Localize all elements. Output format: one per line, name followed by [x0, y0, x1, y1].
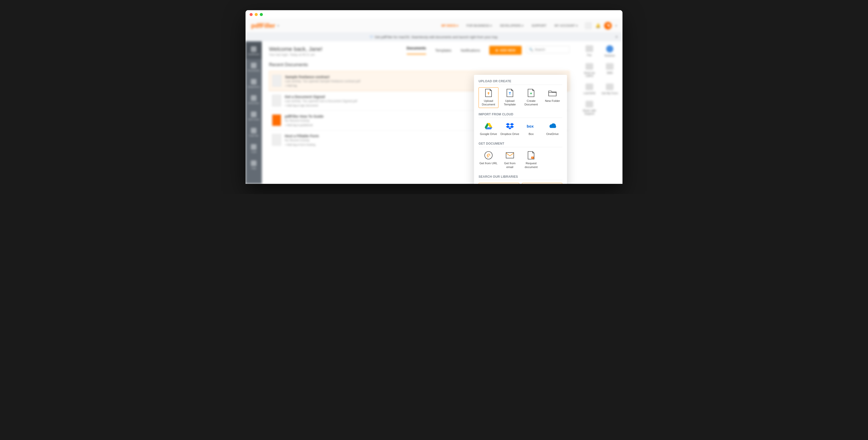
box-icon: box: [527, 122, 535, 130]
recent-documents-heading: Recent Documents: [269, 62, 569, 67]
sidebar-item-inoutbox[interactable]: In/Out Box: [246, 92, 262, 108]
lib-forms-applications[interactable]: Forms & Applications: [478, 183, 519, 184]
lib-legal-documents[interactable]: US Legal Documents: [522, 183, 563, 184]
top-nav-links: MY DOCS ▾ FOR BUSINESS ▾ DEVELOPERS ▾ SU…: [441, 24, 578, 28]
brand-logo[interactable]: pdfFiller: [251, 22, 275, 29]
action-linktofill[interactable]: LinkToFill: [581, 84, 598, 95]
tab-documents[interactable]: Documents: [407, 46, 426, 55]
action-share-support[interactable]: Share with Support: [581, 101, 598, 115]
folder-icon: [548, 89, 557, 97]
nav-support[interactable]: SUPPORT: [531, 24, 546, 28]
doc-thumb-icon: [272, 134, 281, 146]
dd-upload-document[interactable]: Upload Document: [478, 87, 498, 108]
action-usps[interactable]: Send via USPS: [581, 63, 598, 77]
dd-new-folder[interactable]: New Folder: [542, 87, 562, 108]
dd-box[interactable]: box Box: [521, 120, 541, 137]
dd-request-doc[interactable]: Request document: [521, 150, 541, 170]
window-close-dot[interactable]: [250, 13, 253, 16]
banner-text: Get pdfFiller for macOS. Seamlessly edit…: [375, 35, 498, 39]
topbar-right-icons: 🔔 ◥ ▾: [585, 22, 617, 30]
sidebar-item-integrations[interactable]: Integrations: [246, 75, 262, 92]
doc-thumb-icon: [272, 114, 281, 126]
action-notarize[interactable]: Notarize: [601, 45, 618, 57]
dd-onedrive[interactable]: OneDrive: [542, 120, 562, 137]
main-tabs: Documents Templates Notifications ⊕ ADD …: [407, 46, 522, 55]
svg-text:T: T: [508, 91, 511, 95]
dd-heading-upload: UPLOAD OR CREATE: [478, 80, 562, 85]
sidebar-item-dashboard[interactable]: Dashboard: [246, 43, 262, 59]
dropbox-icon: [505, 122, 514, 130]
right-actions-panel: Fax Notarize Send via USPS SMS LinkToFil…: [577, 41, 622, 184]
dd-google-drive[interactable]: Google Drive: [478, 120, 498, 137]
nav-developers[interactable]: DEVELOPERS ▾: [500, 24, 523, 28]
tab-templates[interactable]: Templates: [435, 49, 452, 53]
email-icon: [505, 151, 514, 159]
svg-rect-3: [506, 153, 514, 158]
sidebar-item-sellforms[interactable]: Sell Forms: [246, 108, 262, 124]
action-getmyform[interactable]: Get My Form: [601, 84, 618, 95]
search-icon: 🔍: [529, 48, 533, 52]
banner-close-icon[interactable]: ×: [615, 34, 618, 40]
document-create-icon: [527, 89, 535, 97]
bell-icon[interactable]: 🔔: [595, 23, 600, 28]
google-drive-icon: [484, 122, 493, 130]
dd-dropbox[interactable]: Dropbox Drive: [500, 120, 520, 137]
sidebar-item-documents[interactable]: Documents: [246, 59, 262, 75]
svg-point-2: [485, 152, 492, 159]
search-placeholder: Search: [535, 48, 545, 52]
window-minimize-dot[interactable]: [255, 13, 258, 16]
doc-thumb-icon: [272, 75, 281, 87]
nav-account[interactable]: MY ACCOUNT ▾: [555, 24, 578, 28]
onedrive-icon: [548, 122, 557, 130]
promo-banner: 🛡 Get pdfFiller for macOS. Seamlessly ed…: [246, 33, 622, 41]
window-zoom-dot[interactable]: [260, 13, 263, 16]
request-document-icon: [527, 151, 535, 159]
nav-business[interactable]: FOR BUSINESS ▾: [466, 24, 492, 28]
top-navbar: pdfFiller ▾ MY DOCS ▾ FOR BUSINESS ▾ DEV…: [246, 19, 622, 33]
document-upload-icon: [484, 89, 493, 97]
search-box[interactable]: 🔍 Search: [526, 46, 569, 53]
action-sms[interactable]: SMS: [601, 63, 618, 77]
left-sidebar: Dashboard Documents Integrations In/Out …: [246, 41, 262, 184]
welcome-heading: Welcome back, Jane!: [269, 46, 322, 53]
template-upload-icon: T: [505, 89, 514, 97]
dd-heading-getdoc: GET DOCUMENT: [478, 142, 562, 147]
doc-thumb-icon: [272, 95, 281, 106]
sidebar-item-audit[interactable]: Audit: [246, 140, 262, 157]
dd-heading-libraries: SEARCH OUR LIBRARIES: [478, 175, 562, 180]
link-icon: [484, 151, 493, 159]
avatar-chevron-icon: ▾: [615, 24, 617, 28]
add-new-button[interactable]: ⊕ ADD NEW: [489, 46, 522, 55]
grid-apps-icon[interactable]: [585, 22, 592, 29]
action-fax[interactable]: Fax: [581, 45, 598, 57]
last-login-text: Your last login: Today at 05:21 am: [269, 53, 322, 57]
avatar[interactable]: ◥: [604, 22, 612, 30]
tab-notifications[interactable]: Notifications: [461, 49, 480, 53]
window-titlebar: [246, 10, 622, 19]
sidebar-item-trashbin[interactable]: Trash Bin: [246, 124, 262, 140]
shield-icon: 🛡: [370, 35, 373, 39]
app-window: pdfFiller ▾ MY DOCS ▾ FOR BUSINESS ▾ DEV…: [246, 10, 622, 184]
dd-upload-template[interactable]: T Upload Template: [500, 87, 520, 108]
nav-mydocs[interactable]: MY DOCS ▾: [441, 24, 458, 28]
dd-heading-cloud: IMPORT FROM CLOUD: [478, 113, 562, 118]
svg-text:box: box: [527, 124, 534, 128]
dd-get-url[interactable]: Get from URL: [478, 150, 498, 170]
logo-chevron-icon: ▾: [277, 24, 279, 28]
dd-get-email[interactable]: Get from email: [500, 150, 520, 170]
dd-create-document[interactable]: Create Document: [521, 87, 541, 108]
add-new-dropdown: UPLOAD OR CREATE Upload Document T Uploa…: [474, 75, 567, 184]
sidebar-item-help[interactable]: Help: [246, 157, 262, 173]
